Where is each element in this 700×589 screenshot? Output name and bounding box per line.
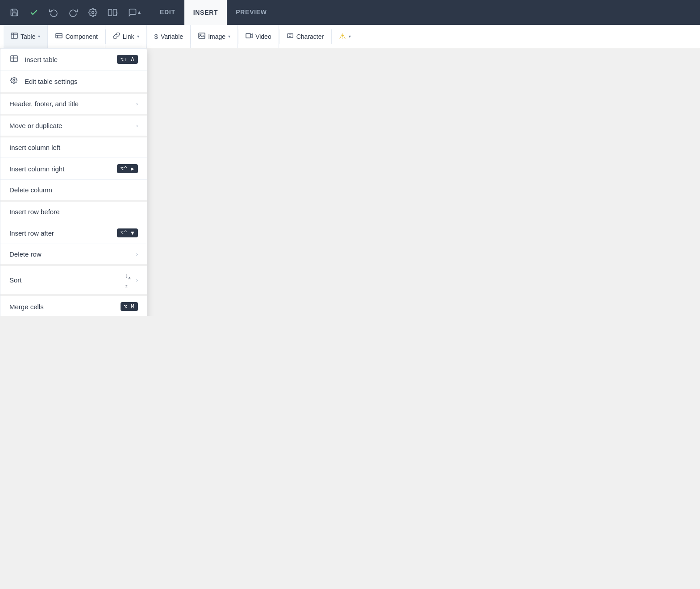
insert-row-after-kbd: ⌥^ ▼ <box>117 228 138 237</box>
svg-point-0 <box>92 12 94 14</box>
variable-icon: $ <box>154 33 158 40</box>
view-toggle-icon[interactable] <box>104 4 121 21</box>
menu-insert-row-before[interactable]: Insert row before <box>0 202 147 222</box>
redo-icon[interactable] <box>64 4 82 21</box>
merge-cells-label: Merge cells <box>9 303 44 311</box>
move-duplicate-label: Move or duplicate <box>9 122 62 129</box>
svg-marker-3 <box>138 11 141 14</box>
menu-insert-col-right[interactable]: Insert column right ⌥^ ▶ <box>0 158 147 180</box>
gear-menu-icon <box>9 77 18 86</box>
variable-label: Variable <box>161 33 183 40</box>
video-label: Video <box>255 33 271 40</box>
menu-insert-table[interactable]: Insert table ⌥⇧ A <box>0 49 147 71</box>
move-duplicate-chevron: › <box>136 122 138 129</box>
link-chevron: ▾ <box>137 34 139 39</box>
menu-delete-col[interactable]: Delete column <box>0 180 147 202</box>
link-icon <box>113 33 120 41</box>
svg-rect-1 <box>108 9 112 16</box>
table-label: Table <box>21 33 35 40</box>
insert-col-left-label: Insert column left <box>9 144 60 151</box>
menu-merge-cells[interactable]: Merge cells ⌥ M <box>0 296 147 316</box>
warning-menu[interactable]: ⚠ ▾ <box>332 25 358 48</box>
edit-table-settings-label: Edit table settings <box>25 78 77 85</box>
insert-table-kbd: ⌥⇧ A <box>117 55 138 64</box>
header-footer-chevron: › <box>136 100 138 107</box>
sort-az-icon: ↕AZ <box>125 272 131 288</box>
insert-col-right-kbd: ⌥^ ▶ <box>117 164 138 173</box>
merge-cells-kbd: ⌥ M <box>121 302 138 311</box>
menu-insert-row-after[interactable]: Insert row after ⌥^ ▼ <box>0 222 147 244</box>
undo-icon[interactable] <box>45 4 62 21</box>
insert-character-menu[interactable]: Character <box>279 25 331 48</box>
comment-icon[interactable] <box>123 4 146 21</box>
save-icon[interactable] <box>5 4 23 21</box>
component-icon <box>55 33 62 41</box>
table-icon <box>11 33 18 41</box>
insert-link-menu[interactable]: Link ▾ <box>106 25 147 48</box>
insert-component-menu[interactable]: Component <box>48 25 105 48</box>
video-icon <box>246 33 253 41</box>
character-label: Character <box>296 33 324 40</box>
sort-chevron: › <box>136 277 138 283</box>
image-icon <box>198 33 205 41</box>
sort-label: Sort <box>9 276 22 284</box>
header-footer-label: Header, footer, and title <box>9 100 79 108</box>
insert-variable-menu[interactable]: $ Variable <box>147 25 191 48</box>
tab-edit[interactable]: EDIT <box>151 0 184 25</box>
insert-bar: Table ▾ Component Link ▾ $ Variable <box>0 25 700 48</box>
insert-row-after-label: Insert row after <box>9 229 54 237</box>
menu-move-duplicate[interactable]: Move or duplicate › <box>0 116 147 137</box>
main-toolbar: EDIT INSERT PREVIEW <box>0 0 700 25</box>
insert-table-menu[interactable]: Table ▾ <box>4 25 48 48</box>
insert-bar-container: Table ▾ Component Link ▾ $ Variable <box>0 25 700 48</box>
delete-row-label: Delete row <box>9 250 42 258</box>
insert-row-before-label: Insert row before <box>9 208 60 216</box>
image-label: Image <box>208 33 225 40</box>
settings-icon[interactable] <box>84 4 102 21</box>
svg-rect-7 <box>56 33 62 38</box>
insert-col-right-label: Insert column right <box>9 165 64 173</box>
check-icon[interactable] <box>25 4 43 21</box>
svg-rect-12 <box>246 33 250 38</box>
insert-table-label: Insert table <box>25 56 58 63</box>
component-label: Component <box>65 33 97 40</box>
menu-header-footer-title[interactable]: Header, footer, and title › <box>0 94 147 116</box>
image-chevron: ▾ <box>228 34 230 39</box>
mode-tabs: EDIT INSERT PREVIEW <box>151 0 276 25</box>
tab-preview[interactable]: PREVIEW <box>227 0 275 25</box>
insert-image-menu[interactable]: Image ▾ <box>191 25 238 48</box>
insert-video-menu[interactable]: Video <box>238 25 279 48</box>
table-chevron: ▾ <box>38 34 40 39</box>
svg-rect-13 <box>287 33 292 37</box>
warning-icon: ⚠ <box>339 32 346 41</box>
warning-chevron: ▾ <box>349 34 351 39</box>
delete-col-label: Delete column <box>9 186 52 194</box>
character-icon <box>287 33 294 41</box>
menu-sort[interactable]: Sort ↕AZ › <box>0 266 147 296</box>
link-label: Link <box>123 33 134 40</box>
svg-rect-16 <box>11 56 17 62</box>
svg-rect-4 <box>11 33 17 38</box>
menu-delete-row[interactable]: Delete row › <box>0 244 147 266</box>
tab-insert[interactable]: INSERT <box>184 0 227 25</box>
table-menu-icon <box>9 55 18 64</box>
svg-point-19 <box>13 79 15 81</box>
menu-edit-table-settings[interactable]: Edit table settings <box>0 71 147 94</box>
table-dropdown: Insert table ⌥⇧ A Edit table settings He… <box>0 48 147 316</box>
menu-insert-col-left[interactable]: Insert column left <box>0 137 147 158</box>
delete-row-chevron: › <box>136 251 138 257</box>
